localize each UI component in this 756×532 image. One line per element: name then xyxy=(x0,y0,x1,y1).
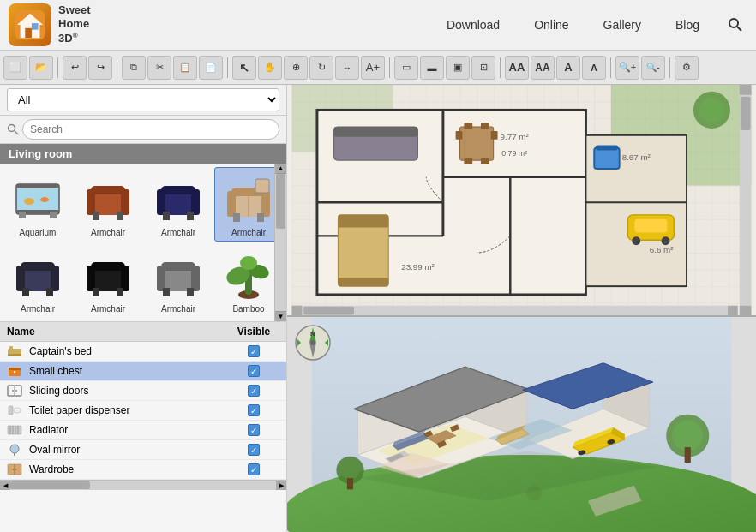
svg-rect-39 xyxy=(22,288,29,296)
view3d[interactable]: N xyxy=(287,317,756,532)
list-item-radiator[interactable]: Radiator xyxy=(0,421,286,440)
tb-rotate[interactable]: ↻ xyxy=(309,56,333,80)
svg-rect-62 xyxy=(9,368,21,370)
tb-cut[interactable]: ✂ xyxy=(147,56,171,80)
svg-rect-32 xyxy=(233,213,240,222)
furniture-item-aquarium[interactable]: Aquarium xyxy=(3,167,72,242)
tb-wall[interactable]: ▬ xyxy=(420,56,444,80)
svg-rect-52 xyxy=(187,288,194,296)
list-icon-door xyxy=(7,384,24,398)
tb-add-point[interactable]: ⊕ xyxy=(284,56,308,80)
list-item-captains-bed[interactable]: Captain's bed xyxy=(0,342,286,362)
furniture-item-armchair6[interactable]: Armchair xyxy=(144,243,213,318)
list-check-oval-mirror[interactable] xyxy=(228,444,279,456)
tb-new[interactable]: ⬜ xyxy=(3,56,27,80)
svg-rect-51 xyxy=(163,288,170,296)
tb-resize[interactable]: ↔ xyxy=(335,56,359,80)
list-item-small-chest[interactable]: Small chest xyxy=(0,362,286,381)
tb-room[interactable]: ▭ xyxy=(394,56,418,80)
tb-paste[interactable]: 📋 xyxy=(173,56,197,80)
nav-download[interactable]: Download xyxy=(429,11,517,39)
category-select[interactable]: All Living room Bedroom Kitchen Bathroom xyxy=(7,88,279,111)
nav-online[interactable]: Online xyxy=(517,11,585,39)
scroll-up[interactable]: ▲ xyxy=(275,164,286,174)
furniture-label-armchair2: Armchair xyxy=(161,228,195,237)
svg-rect-124 xyxy=(292,306,303,316)
tb-stair[interactable]: ⊡ xyxy=(471,56,495,80)
tb-font-small[interactable]: A xyxy=(556,56,580,80)
svg-point-66 xyxy=(12,390,14,392)
tb-undo[interactable]: ↩ xyxy=(63,56,87,80)
list-item-oval-mirror[interactable]: Oval mirror xyxy=(0,440,286,460)
nav-gallery[interactable]: Gallery xyxy=(586,11,658,39)
svg-point-12 xyxy=(40,197,49,202)
list-name-radiator: Radiator xyxy=(29,424,228,436)
furniture-item-armchair4[interactable]: Armchair xyxy=(3,243,72,318)
svg-rect-59 xyxy=(8,354,21,356)
svg-rect-123 xyxy=(292,306,729,316)
list-check-radiator[interactable] xyxy=(228,424,279,436)
tb-font-medium[interactable]: AA xyxy=(531,56,555,80)
floorplan-view[interactable]: 25.6m² 9.77 m² 0.79 m² 8.67 m² 23.99 m² … xyxy=(287,85,756,317)
nav-blog[interactable]: Blog xyxy=(658,11,717,39)
checkbox-small-chest[interactable] xyxy=(248,365,260,377)
list-check-toilet-paper[interactable] xyxy=(228,404,279,416)
furniture-img-armchair6 xyxy=(151,248,206,302)
furniture-item-bamboo[interactable]: Bamboo xyxy=(214,243,283,318)
svg-rect-34 xyxy=(255,179,269,193)
tb-copy[interactable]: ⧉ xyxy=(122,56,146,80)
list-scroll-right[interactable]: ▶ xyxy=(276,481,286,490)
nav-search-button[interactable] xyxy=(723,13,747,37)
compass[interactable]: N xyxy=(294,324,328,358)
svg-rect-47 xyxy=(161,267,195,291)
list-item-toilet-paper[interactable]: Toilet paper dispenser xyxy=(0,401,286,421)
tb-select[interactable]: ↖ xyxy=(232,56,256,80)
list-scrollbar-h[interactable]: ◀ ▶ xyxy=(0,480,286,490)
checkbox-wardrobe[interactable] xyxy=(248,463,260,475)
svg-rect-3 xyxy=(32,23,39,30)
tb-zoom-in[interactable]: 🔍+ xyxy=(615,56,639,80)
list-name-sliding-doors: Sliding doors xyxy=(29,385,228,397)
tb-paste2[interactable]: 📄 xyxy=(199,56,223,80)
logo-text: SweetHome3D® xyxy=(58,3,91,47)
checkbox-captains-bed[interactable] xyxy=(248,345,260,357)
checkbox-oval-mirror[interactable] xyxy=(248,444,260,456)
tb-open[interactable]: 📂 xyxy=(29,56,53,80)
checkbox-toilet-paper[interactable] xyxy=(248,404,260,416)
grid-scrollbar[interactable]: ▲ ▼ xyxy=(274,164,286,321)
tb-settings[interactable]: ⚙ xyxy=(675,56,699,80)
svg-rect-25 xyxy=(163,212,170,220)
checkbox-radiator[interactable] xyxy=(248,424,260,436)
tb-zoom-out[interactable]: 🔍- xyxy=(641,56,665,80)
list-check-sliding-doors[interactable] xyxy=(228,385,279,397)
list-scroll-left[interactable]: ◀ xyxy=(0,481,10,490)
tb-door[interactable]: ▣ xyxy=(446,56,470,80)
svg-rect-8 xyxy=(16,184,59,214)
svg-rect-105 xyxy=(481,158,489,164)
list-item-sliding-doors[interactable]: Sliding doors xyxy=(0,381,286,401)
list-check-captains-bed[interactable] xyxy=(228,345,279,357)
svg-rect-41 xyxy=(91,267,125,291)
tb-font-xsmall[interactable]: A xyxy=(582,56,606,80)
svg-rect-45 xyxy=(93,288,99,296)
checkbox-sliding-doors[interactable] xyxy=(248,385,260,397)
scroll-down[interactable]: ▼ xyxy=(275,311,286,321)
furniture-item-armchair2[interactable]: Armchair xyxy=(144,167,213,242)
svg-point-11 xyxy=(24,198,34,205)
tb-text-large[interactable]: A+ xyxy=(361,56,385,80)
search-input[interactable] xyxy=(22,119,279,140)
svg-point-63 xyxy=(14,371,16,374)
furniture-item-armchair1[interactable]: Armchair xyxy=(74,167,142,242)
svg-rect-125 xyxy=(303,307,354,315)
list-check-small-chest[interactable] xyxy=(228,365,279,377)
svg-rect-101 xyxy=(491,131,498,140)
tb-pan[interactable]: ✋ xyxy=(258,56,282,80)
furniture-item-armchair5[interactable]: Armchair xyxy=(74,243,142,318)
list-check-wardrobe[interactable] xyxy=(228,463,279,475)
tb-redo[interactable]: ↪ xyxy=(88,56,112,80)
svg-rect-166 xyxy=(347,478,353,489)
list-item-wardrobe[interactable]: Wardrobe xyxy=(0,460,286,480)
list-header: Name Visible xyxy=(0,321,286,342)
tb-font-large[interactable]: AA xyxy=(505,56,529,80)
furniture-item-armchair3[interactable]: Armchair xyxy=(214,167,283,242)
